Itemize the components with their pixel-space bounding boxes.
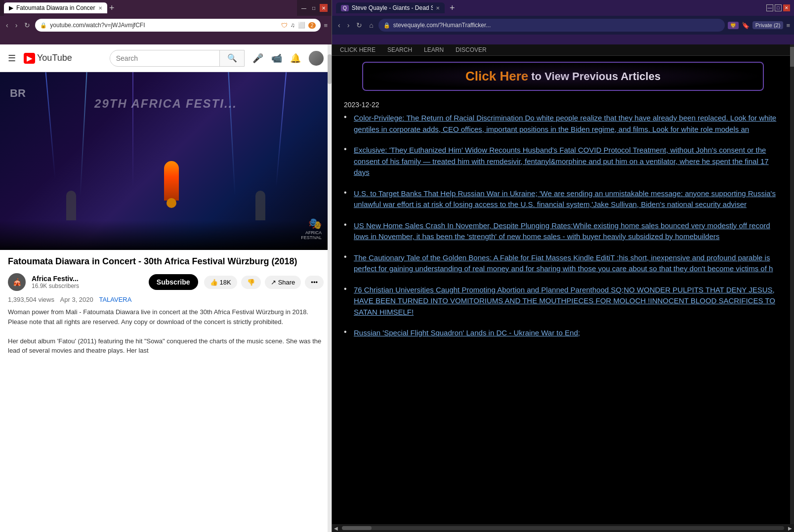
article-link-7[interactable]: Russian 'Special Flight Squadron' Lands … [354, 328, 580, 337]
right-active-tab[interactable]: Q Steve Quayle - Giants - Dead Scie... ✕ [336, 2, 445, 13]
click-here-banner: Click Here to View Previous Articles [332, 56, 794, 97]
sq-nav-search[interactable]: SEARCH [387, 46, 412, 53]
youtube-search-button[interactable]: 🔍 [219, 50, 244, 67]
right-close-button[interactable]: ✕ [783, 4, 790, 11]
left-url-text: youtube.com/watch?v=jWJAvmjfCFI [50, 22, 278, 29]
left-tab-close-icon[interactable]: ✕ [98, 5, 102, 11]
youtube-search-bar[interactable]: 🔍 [110, 50, 245, 67]
right-maximize-button[interactable]: □ [775, 4, 782, 11]
right-tab-close-icon[interactable]: ✕ [436, 5, 440, 11]
articles-list: Color-Privilege: The Return of Racial Di… [332, 113, 794, 339]
right-address-bar: ‹ › ↻ ⌂ 🔒 stevequayle.com/?HumanTraffick… [332, 16, 794, 35]
click-here-button[interactable]: Click Here to View Previous Articles [362, 62, 764, 91]
youtube-mic-icon[interactable]: 🎤 [252, 53, 263, 64]
right-menu-icon[interactable]: ≡ [786, 22, 790, 29]
youtube-notification-icon[interactable]: 🔔 [290, 53, 301, 64]
youtube-create-icon[interactable]: 📹 [271, 53, 282, 64]
reader-icon: ⬜ [298, 22, 305, 29]
left-menu-icon[interactable]: ≡ [324, 22, 328, 29]
right-window-controls: — □ ✕ [766, 4, 790, 11]
left-minimize-button[interactable]: — [300, 4, 308, 12]
article-item-4: US New Home Sales Crash In November, Des… [344, 220, 782, 243]
share-icon: ↗ [271, 279, 276, 286]
right-scrollbar-thumb[interactable] [790, 47, 794, 67]
article-link-6[interactable]: 76 Christian Universities Caught Promoti… [354, 286, 775, 316]
left-back-button[interactable]: ‹ [4, 20, 10, 30]
steve-quayle-content-container: CLICK HERE SEARCH LEARN DISCOVER Click H… [332, 44, 794, 524]
right-refresh-button[interactable]: ↻ [354, 20, 364, 30]
bookmark-icon[interactable]: 🔖 [742, 22, 750, 29]
youtube-header-icons: 📹 🔔 [271, 51, 324, 66]
left-maximize-button[interactable]: □ [310, 4, 318, 12]
video-stats: 1,393,504 views Apr 3, 2020 TALAVERA [8, 296, 324, 303]
right-browser-chrome: Q Steve Quayle - Giants - Dead Scie... ✕… [332, 0, 794, 44]
dislike-icon: 👎 [247, 279, 255, 286]
left-browser-chrome: ▶ Fatoumata Diawara in Concert ✕ + — □ ✕… [0, 0, 332, 44]
right-url-input[interactable]: 🔒 stevequayle.com/?HumanTrafficker... [378, 19, 725, 32]
br-logo: BR [10, 87, 26, 100]
article-link-4[interactable]: US New Home Sales Crash In November, Des… [354, 221, 770, 241]
more-button[interactable]: ••• [305, 276, 324, 289]
youtube-video-player[interactable]: 29TH AFRICA FESTI... BR 🎭 AFRICA FESTIVA… [0, 72, 332, 250]
right-scrollbar[interactable] [790, 44, 794, 524]
article-link-5[interactable]: The Cautionary Tale of the Golden Bones:… [354, 253, 773, 273]
lock-icon: 🔒 [40, 22, 47, 29]
like-button[interactable]: 👍 18K [204, 276, 237, 289]
right-new-tab-button[interactable]: + [447, 3, 458, 13]
channel-row: 🎪 Africa Festiv... 16.9K subscribers Sub… [8, 273, 324, 291]
subscribe-button[interactable]: Subscribe [149, 274, 198, 290]
article-item-3: U.S. to Target Banks That Help Russian W… [344, 188, 782, 210]
share-label: Share [278, 279, 295, 286]
scroll-right-icon[interactable]: ▶ [786, 526, 794, 531]
view-count: 1,393,504 views [8, 296, 54, 303]
scroll-left-icon[interactable]: ◀ [332, 526, 340, 531]
article-link-1[interactable]: Color-Privilege: The Return of Racial Di… [354, 114, 776, 133]
description-text-1: Woman power from Mali - Fatoumata Diawar… [8, 308, 308, 326]
left-forward-button[interactable]: › [13, 20, 20, 30]
youtube-logo-text: YouTube [37, 53, 72, 63]
left-active-tab[interactable]: ▶ Fatoumata Diawara in Concert ✕ [4, 2, 107, 13]
left-url-input[interactable]: 🔒 youtube.com/watch?v=jWJAvmjfCFI 🛡 ♫ ⬜ … [35, 19, 321, 32]
article-link-2[interactable]: Exclusive: 'They Euthanized Him' Widow R… [354, 146, 769, 176]
shield-icon: 🛡 [281, 22, 288, 29]
dislike-button[interactable]: 👎 [241, 276, 261, 289]
channel-subscribers: 16.9K subscribers [32, 283, 143, 289]
sq-nav-click-here[interactable]: CLICK HERE [340, 46, 376, 53]
right-toolbar-icons: 🦁 🔖 Private (2) ≡ [728, 21, 790, 29]
youtube-header: ☰ ▶ YouTube 🔍 🎤 📹 🔔 [0, 44, 332, 72]
youtube-menu-icon[interactable]: ☰ [8, 53, 16, 64]
right-back-button[interactable]: ‹ [336, 20, 342, 30]
uploader-link[interactable]: TALAVERA [99, 296, 131, 303]
left-scrollbar[interactable] [328, 44, 332, 532]
left-scrollbar-thumb[interactable] [328, 54, 332, 84]
right-forward-button[interactable]: › [345, 20, 352, 30]
left-address-bar: ‹ › ↻ 🔒 youtube.com/watch?v=jWJAvmjfCFI … [0, 16, 332, 35]
left-toolbar-icons: ≡ [324, 22, 328, 29]
right-home-button[interactable]: ⌂ [367, 20, 375, 30]
channel-name[interactable]: Africa Festiv... [32, 275, 143, 283]
left-window-controls: — □ ✕ [300, 4, 328, 12]
right-browser-panel: Q Steve Quayle - Giants - Dead Scie... ✕… [332, 0, 794, 532]
youtube-logo[interactable]: ▶ YouTube [24, 53, 72, 64]
like-icon: 👍 [210, 279, 218, 286]
like-count: 18K [220, 279, 231, 286]
article-item-6: 76 Christian Universities Caught Promoti… [344, 285, 782, 318]
sq-nav-bar: CLICK HERE SEARCH LEARN DISCOVER [332, 44, 794, 56]
left-new-tab-button[interactable]: + [109, 3, 115, 13]
right-minimize-button[interactable]: — [766, 4, 773, 11]
article-link-3[interactable]: U.S. to Target Banks That Help Russian W… [354, 189, 776, 209]
sq-nav-discover[interactable]: DISCOVER [456, 46, 487, 53]
right-url-text: stevequayle.com/?HumanTrafficker... [393, 22, 720, 29]
left-refresh-button[interactable]: ↻ [22, 20, 32, 30]
share-button[interactable]: ↗ Share [265, 276, 301, 289]
left-close-button[interactable]: ✕ [320, 4, 328, 12]
music-icon: ♫ [291, 22, 295, 29]
channel-info: Africa Festiv... 16.9K subscribers [32, 275, 143, 289]
right-title-bar: Q Steve Quayle - Giants - Dead Scie... ✕… [332, 0, 794, 16]
channel-avatar: 🎪 [8, 273, 26, 291]
left-title-bar: ▶ Fatoumata Diawara in Concert ✕ + — □ ✕ [0, 0, 332, 16]
user-avatar[interactable] [309, 51, 324, 66]
youtube-search-input[interactable] [110, 54, 219, 62]
sq-nav-learn[interactable]: LEARN [424, 46, 444, 53]
article-item-1: Color-Privilege: The Return of Racial Di… [344, 113, 782, 135]
